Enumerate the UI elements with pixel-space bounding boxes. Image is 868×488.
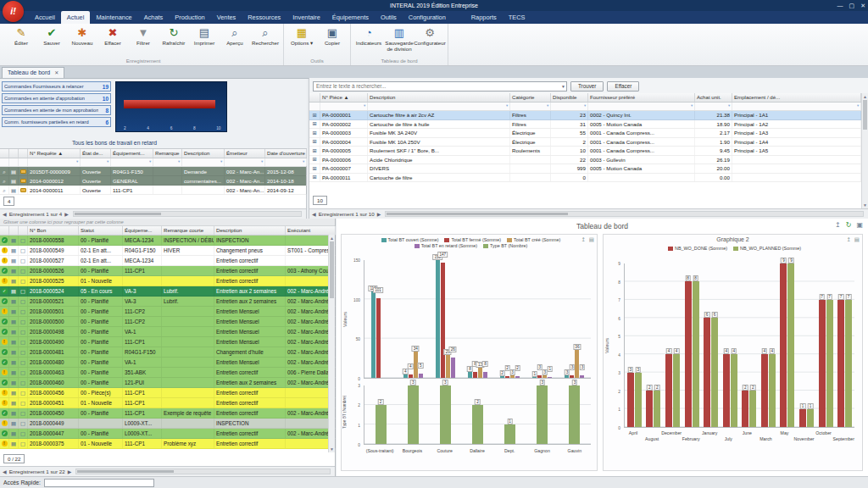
row-doc-icon[interactable]: ▢ (19, 286, 28, 296)
tab-equipements[interactable]: Équipements (326, 11, 375, 24)
indicateurs-button[interactable]: ◔Indicateurs (354, 25, 383, 46)
table-row[interactable]: ⊞PA-0000006Acide Chloridrique220003 - Gu… (309, 156, 868, 165)
requests-filter-row[interactable] (0, 158, 306, 167)
column-header[interactable]: Achat unit. (695, 93, 732, 102)
tab-accueil[interactable]: Accueil (29, 11, 61, 24)
tab-ressources[interactable]: Ressources (242, 11, 287, 24)
row-doc-icon[interactable]: ▢ (19, 337, 28, 347)
row-print-icon[interactable]: ▤ (9, 256, 19, 265)
row-print-icon[interactable]: ▤ (9, 297, 19, 306)
row-search-icon[interactable]: ⌕ (0, 167, 9, 175)
rechercher-button[interactable]: ⌕Rechercher (251, 25, 280, 46)
row-print-icon[interactable]: ▤ (9, 186, 19, 194)
rafraichir-button[interactable]: ↻Rafraîchir (159, 25, 188, 46)
column-header[interactable]: Description (214, 226, 286, 235)
column-header[interactable]: Statut (79, 226, 123, 235)
title-bar[interactable]: INTERAL 2019 Édition Entreprise — ▢ ✕ (0, 0, 868, 11)
chevron-down-icon[interactable]: ▼ (561, 82, 565, 92)
expand-row-icon[interactable]: ⊞ (309, 129, 320, 137)
close-button[interactable]: ✕ (860, 0, 865, 11)
table-row[interactable]: !▤▢2018-000046300 - Planifié351-ABKEntre… (0, 368, 335, 378)
quick-access-input[interactable] (44, 479, 154, 487)
parts-vscrollbar[interactable]: ▲▼ (861, 93, 868, 208)
table-row[interactable]: !▤▢2018-000049000 - Planifié111-CP1Entre… (0, 337, 335, 347)
refresh-icon[interactable]: ↻ (846, 221, 852, 229)
table-row[interactable]: ⊞PA-0000001Cartouche filtre à air 2cv AZ… (309, 111, 868, 120)
table-row[interactable]: ✓▤▢2018-000048100 - PlanifiéR04G1-F150Ch… (0, 347, 335, 358)
editer-button[interactable]: ✎Éditer (7, 25, 36, 46)
parts-filter-row[interactable] (309, 103, 868, 111)
nav-next-icon[interactable]: ▶ (68, 469, 72, 474)
table-row[interactable]: ⌕▤2014-0000011Ouverte111-CP1002 - Marc-A… (0, 186, 306, 195)
nav-next-icon[interactable]: ▶ (377, 211, 381, 217)
close-tab-icon[interactable]: ✕ (54, 68, 58, 78)
row-doc-icon[interactable]: ▢ (19, 398, 28, 408)
filter-cell[interactable] (153, 158, 182, 166)
table-row[interactable]: !▤▢2018-000052501 - NouvelleEntretien co… (0, 276, 335, 286)
filter-cell[interactable] (265, 158, 307, 166)
table-row[interactable]: ⊞PA-0000007DIVERS9990005 - Motion Canada… (309, 164, 868, 174)
row-doc-icon[interactable]: ▢ (19, 266, 28, 275)
table-row[interactable]: ✓▤▢2018-000046000 - Planifié121-PUIEntre… (0, 378, 335, 388)
column-header[interactable]: Description (182, 149, 225, 158)
dashboard-link[interactable]: Comm. fournisseurs partielles en retard6 (2, 117, 111, 127)
row-doc-icon[interactable]: ▢ (19, 388, 28, 397)
row-doc-icon[interactable]: ▢ (19, 347, 28, 357)
row-search-icon[interactable]: ⌕ (0, 186, 9, 194)
configurateur-button[interactable]: ⚙Configurateur (415, 25, 444, 46)
tab-tableau-de-bord[interactable]: Tableau de bord ✕ (2, 67, 64, 78)
row-doc-icon[interactable]: ▢ (19, 378, 28, 387)
table-row[interactable]: !▤▢2018-000052702-1 En att...MECA-1234En… (0, 256, 335, 266)
nouveau-button[interactable]: ✱Nouveau (68, 25, 97, 46)
row-print-icon[interactable]: ▤ (9, 167, 19, 175)
table-row[interactable]: !▤▢2018-000054902-1 En att...R04G1-F150H… (0, 246, 335, 256)
sauvegarde-de-division-button[interactable]: ▥Sauvegarde de division (385, 25, 414, 52)
imprimer-button[interactable]: ▤Imprimer (190, 25, 219, 46)
row-print-icon[interactable]: ▤ (9, 408, 19, 418)
tab-configuration[interactable]: Configuration (403, 11, 452, 24)
row-print-icon[interactable]: ▤ (9, 317, 19, 326)
nav-prev-icon[interactable]: ◀ (312, 211, 316, 217)
filter-cell[interactable] (111, 158, 153, 166)
dashboard-link[interactable]: Commandes Fournisseurs à relancer19 (2, 81, 111, 92)
row-print-icon[interactable]: ▤ (9, 286, 19, 296)
nav-next-icon[interactable]: ▶ (64, 211, 69, 217)
column-header[interactable]: Équipeme... (123, 226, 162, 235)
parts-hscrollbar[interactable] (385, 211, 864, 217)
find-button[interactable]: Trouver (570, 81, 604, 92)
expand-row-icon[interactable]: ⊞ (309, 138, 320, 147)
export-icon[interactable]: ↥ (835, 221, 841, 229)
table-row[interactable]: ⊞PA-0000002Cartouche de filtre à huileFi… (309, 120, 868, 130)
column-header[interactable]: Fournisseur préféré (588, 93, 695, 102)
copier-button[interactable]: ▣Copier (318, 25, 347, 46)
row-print-icon[interactable]: ▤ (9, 347, 19, 357)
tab-actuel[interactable]: Actuel (61, 11, 91, 24)
row-folder-icon[interactable] (19, 176, 28, 185)
column-header[interactable]: Date d'ouverture (265, 149, 307, 158)
row-doc-icon[interactable]: ▢ (19, 317, 28, 326)
row-print-icon[interactable]: ▤ (9, 398, 19, 408)
filter-cell[interactable] (182, 158, 225, 166)
row-doc-icon[interactable]: ▢ (19, 429, 28, 438)
row-doc-icon[interactable]: ▢ (19, 408, 28, 418)
table-row[interactable]: ✓▤▢2018-000044700 - PlanifiéL0009-XT...E… (0, 429, 335, 439)
row-doc-icon[interactable]: ▢ (19, 439, 28, 448)
filter-cell[interactable] (28, 158, 81, 166)
clear-button[interactable]: Effacer (607, 81, 639, 92)
search-input[interactable] (314, 82, 566, 91)
effacer-button[interactable]: ✖Effacer (98, 25, 127, 46)
filter-cell[interactable] (81, 158, 111, 166)
table-row[interactable]: !▤▢2018-000050100 - Planifié111-CP2Entre… (0, 307, 335, 317)
row-print-icon[interactable]: ▤ (9, 388, 19, 397)
table-row[interactable]: ✓▤▢2018-000045000 - Planifié111-CP1Exemp… (0, 408, 335, 419)
tab-outils[interactable]: Outils (375, 11, 403, 24)
table-row[interactable]: !▤▢2018-000037501 - Nouvelle111-CP1Probl… (0, 439, 335, 449)
maximize-button[interactable]: ▢ (849, 0, 855, 11)
column-header[interactable]: Catégorie (510, 93, 551, 102)
row-print-icon[interactable]: ▤ (9, 429, 19, 438)
table-row[interactable]: ✓▤▢2018-000050000 - Planifié111-CP2Entre… (0, 317, 335, 327)
row-print-icon[interactable]: ▤ (9, 276, 19, 286)
table-row[interactable]: ✓▤▢2018-000052100 - PlanifiéVA-3Lubrif.E… (0, 297, 335, 307)
requests-hscrollbar[interactable] (73, 211, 302, 217)
table-row[interactable]: ⊞PA-0000004Fusible MK 10A 250VÉlectrique… (309, 138, 868, 147)
